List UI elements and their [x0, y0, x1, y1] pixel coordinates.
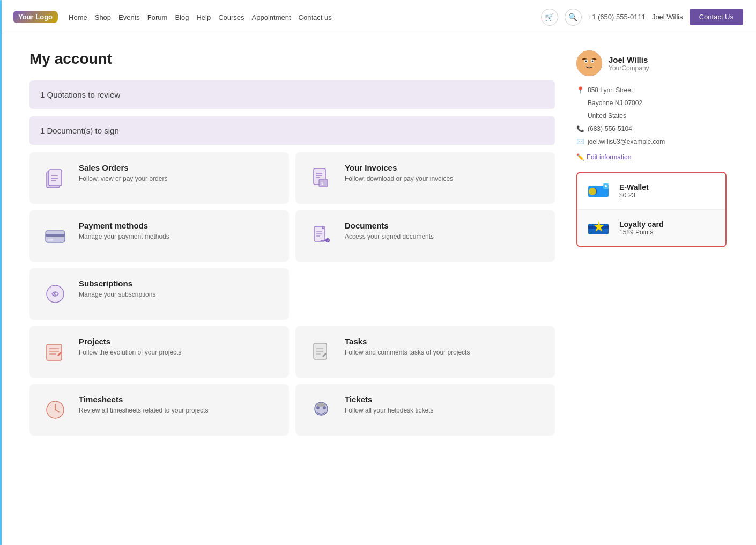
nav-help[interactable]: Help [196, 13, 211, 21]
cards-row4: Projects Follow the evolution of your pr… [29, 326, 555, 378]
svg-point-35 [323, 406, 326, 409]
nav-icons: 🛒 🔍 +1 (650) 555-0111 Joel Willis Contac… [541, 9, 743, 26]
user-menu[interactable]: Joel Willis [652, 13, 683, 21]
edit-icon: ✏️ [576, 153, 584, 161]
page-title: My account [29, 50, 555, 68]
svg-point-37 [576, 50, 602, 76]
invoices-icon: $ [306, 163, 336, 193]
location-icon: 📍 [576, 84, 584, 97]
nav-home[interactable]: Home [69, 13, 87, 21]
tickets-desc: Follow all your helpdesk tickets [345, 406, 433, 415]
svg-rect-1 [49, 170, 62, 186]
timesheets-icon [40, 395, 70, 425]
ewallet-amount: $0.23 [619, 192, 649, 199]
subscriptions-title: Subscriptions [79, 279, 155, 288]
edit-info-link[interactable]: ✏️ Edit information [576, 153, 727, 161]
cards-row2: Payment methods Manage your payment meth… [29, 210, 555, 262]
invoices-title: Your Invoices [345, 163, 453, 172]
main-layout: My account 1 Quotations to review 1 Docu… [8, 34, 748, 458]
tickets-title: Tickets [345, 395, 433, 404]
sidebar: Joel Willis YourCompany 📍 858 Lynn Stree… [576, 50, 727, 442]
address-line3: United States [588, 109, 642, 122]
address-row: 📍 858 Lynn Street Bayonne NJ 07002 Unite… [576, 84, 727, 122]
svg-text:✓: ✓ [327, 239, 330, 242]
alert-documents-sign[interactable]: 1 Document(s) to sign [29, 116, 555, 145]
invoices-desc: Follow, download or pay your invoices [345, 174, 453, 183]
cards-row5: Timesheets Review all timesheets related… [29, 384, 555, 436]
email-row: ✉️ joel.willis63@example.com [576, 135, 727, 148]
email-icon: ✉️ [576, 135, 584, 148]
cart-icon[interactable]: 🛒 [541, 9, 558, 26]
projects-desc: Follow the evolution of your projects [79, 348, 181, 357]
svg-point-44 [589, 188, 596, 195]
svg-rect-22 [47, 344, 62, 360]
search-icon[interactable]: 🔍 [565, 9, 582, 26]
tasks-title: Tasks [345, 337, 470, 346]
ewallet-icon [586, 181, 612, 201]
svg-point-41 [592, 61, 594, 62]
address-line1: 858 Lynn Street [588, 84, 642, 97]
user-profile: Joel Willis YourCompany 📍 858 Lynn Stree… [576, 50, 727, 161]
svg-text:$: $ [321, 181, 324, 186]
contact-us-button[interactable]: Contact Us [690, 9, 743, 25]
nav-blog[interactable]: Blog [175, 13, 189, 21]
user-header: Joel Willis YourCompany [576, 50, 727, 76]
svg-rect-12 [46, 234, 65, 237]
tasks-card[interactable]: Tasks Follow and comments tasks of your … [295, 326, 555, 378]
nav-shop[interactable]: Shop [95, 13, 111, 21]
payment-methods-icon [40, 221, 70, 251]
logo[interactable]: Your Logo [13, 11, 58, 23]
loyalty-title: Loyalty card [619, 220, 663, 229]
tasks-desc: Follow and comments tasks of your projec… [345, 348, 470, 357]
invoices-card[interactable]: $ Your Invoices Follow, download or pay … [295, 152, 555, 204]
projects-card[interactable]: Projects Follow the evolution of your pr… [29, 326, 289, 378]
wallet-section: E-Wallet $0.23 Loyalty card 1589 Points [576, 172, 727, 247]
projects-title: Projects [79, 337, 181, 346]
documents-card[interactable]: ✓ Documents Access your signed documents [295, 210, 555, 262]
timesheets-title: Timesheets [79, 395, 208, 404]
loyalty-icon [586, 218, 612, 238]
nav-forum[interactable]: Forum [147, 13, 168, 21]
sidebar-user-name: Joel Willis [609, 55, 649, 64]
cards-row3: $ Subscriptions Manage your subscription… [29, 268, 555, 320]
navbar: Your Logo Home Shop Events Forum Blog He… [0, 0, 756, 34]
ewallet-title: E-Wallet [619, 183, 649, 192]
projects-icon [40, 337, 70, 367]
tickets-card[interactable]: Tickets Follow all your helpdesk tickets [295, 384, 555, 436]
sales-orders-icon [40, 163, 70, 193]
payment-methods-desc: Manage your payment methods [79, 232, 169, 241]
edit-label: Edit information [587, 153, 631, 161]
loyalty-points: 1589 Points [619, 229, 663, 236]
tickets-icon [306, 395, 336, 425]
sales-orders-card[interactable]: Sales Orders Follow, view or pay your or… [29, 152, 289, 204]
nav-courses[interactable]: Courses [218, 13, 244, 21]
payment-methods-title: Payment methods [79, 221, 169, 230]
nav-contact[interactable]: Contact us [299, 13, 332, 21]
documents-icon: ✓ [306, 221, 336, 251]
ewallet-card[interactable]: E-Wallet $0.23 [577, 173, 725, 210]
subscriptions-icon: $ [40, 279, 70, 309]
alert-quotations[interactable]: 1 Quotations to review [29, 80, 555, 109]
sidebar-user-company: YourCompany [609, 64, 649, 72]
user-details: 📍 858 Lynn Street Bayonne NJ 07002 Unite… [576, 84, 727, 148]
payment-methods-card[interactable]: Payment methods Manage your payment meth… [29, 210, 289, 262]
documents-title: Documents [345, 221, 434, 230]
subscriptions-card[interactable]: $ Subscriptions Manage your subscription… [29, 268, 289, 320]
phone-number: +1 (650) 555-0111 [588, 13, 646, 21]
phone-row: 📞 (683)-556-5104 [576, 122, 727, 135]
address-line2: Bayonne NJ 07002 [588, 97, 642, 109]
sidebar-email: joel.willis63@example.com [588, 135, 665, 148]
sidebar-phone: (683)-556-5104 [588, 122, 632, 135]
sales-orders-title: Sales Orders [79, 163, 167, 172]
subscriptions-desc: Manage your subscriptions [79, 290, 155, 299]
sales-orders-desc: Follow, view or pay your orders [79, 174, 167, 183]
loyalty-card[interactable]: Loyalty card 1589 Points [577, 210, 725, 246]
nav-links: Home Shop Events Forum Blog Help Courses… [69, 13, 530, 21]
avatar [576, 50, 602, 76]
timesheets-card[interactable]: Timesheets Review all timesheets related… [29, 384, 289, 436]
documents-desc: Access your signed documents [345, 232, 434, 241]
nav-appointment[interactable]: Appointment [252, 13, 291, 21]
timesheets-desc: Review all timesheets related to your pr… [79, 406, 208, 415]
svg-rect-36 [317, 403, 325, 407]
nav-events[interactable]: Events [118, 13, 140, 21]
